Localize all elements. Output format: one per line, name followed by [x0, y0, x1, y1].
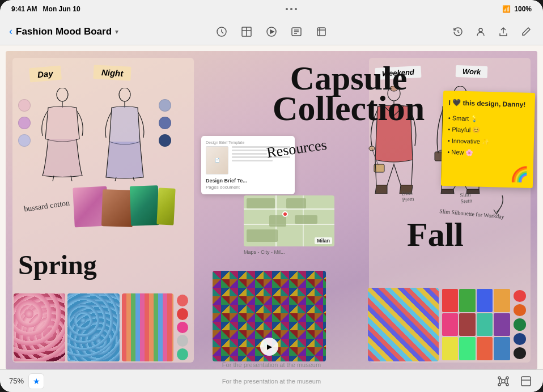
status-bar-left: 9:41 AM Mon Jun 10 [11, 5, 80, 13]
chevron-down-icon[interactable]: ▾ [115, 28, 118, 36]
mood-board-canvas[interactable]: Capsule Collection Day Night [6, 51, 537, 369]
canvas-caption: For the presentation at the museum [6, 360, 537, 369]
star-button[interactable]: ★ [28, 373, 44, 389]
shape-icon[interactable] [313, 24, 329, 40]
swatch-dark-navy [159, 134, 171, 147]
swatch-purple [18, 117, 31, 129]
toolbar: ‹ Fashion Mood Board ▾ [0, 18, 543, 45]
sticky-note: I 🖤 this design, Danny! • Smart 💡 • Play… [441, 91, 535, 188]
card-subtitle: Pages document [206, 185, 290, 190]
back-button[interactable]: ‹ [9, 25, 12, 37]
day-label: Day [29, 66, 61, 83]
flowers-tile [14, 293, 65, 361]
view-icon[interactable] [518, 373, 534, 389]
edit-icon[interactable] [518, 24, 534, 40]
battery-display: 100% [514, 5, 532, 13]
map-label: Milan [315, 237, 332, 244]
title-line2: Collection [252, 91, 445, 126]
circle-swatches-col [514, 288, 529, 361]
zoom-level: 75% [9, 377, 24, 385]
svg-point-30 [506, 377, 508, 379]
media-icon[interactable] [264, 24, 279, 40]
svg-rect-39 [521, 377, 531, 386]
swatch-steel [159, 99, 171, 112]
status-bar-right: 📶 100% [502, 5, 532, 13]
right-swatches-left [159, 99, 171, 147]
small-swatches-col [176, 293, 189, 361]
chevron-tile [368, 288, 439, 361]
swatch-blue [18, 134, 31, 147]
svg-line-37 [500, 382, 502, 384]
wifi-icon: 📶 [502, 5, 511, 13]
play-button[interactable]: ▶ [260, 338, 278, 356]
bottom-caption: For the presentation at the museum [222, 378, 321, 385]
swatch-navy [159, 117, 171, 129]
svg-point-10 [479, 28, 482, 32]
svg-line-31 [500, 378, 502, 380]
sticky-note-bullets: • Smart 💡 • Playful 😊 • Innovative ✨ • N… [447, 113, 529, 160]
document-title: Fashion Mood Board [16, 26, 112, 37]
rainbow-emoji: 🌈 [510, 165, 529, 184]
svg-point-11 [57, 88, 68, 101]
history-icon[interactable] [450, 24, 466, 40]
time-display: 9:41 AM [11, 5, 37, 13]
card-title: Design Brief Te... [206, 178, 290, 184]
spring-label: Spring [18, 249, 97, 280]
svg-point-29 [498, 377, 500, 379]
toolbar-center [214, 24, 329, 40]
bottom-tiles-right [368, 288, 529, 361]
signature-weekend: DinaPrem [401, 189, 414, 203]
strips-tile [122, 293, 173, 361]
color-grid-tile [441, 288, 512, 361]
table-icon[interactable] [239, 24, 254, 40]
toolbar-right [450, 24, 534, 40]
svg-point-15 [119, 88, 130, 101]
mosaic-pattern[interactable]: ▶ [213, 271, 326, 361]
network-icon[interactable] [495, 373, 511, 389]
share-icon[interactable] [495, 24, 511, 40]
svg-line-38 [504, 382, 506, 384]
svg-point-35 [498, 384, 500, 386]
fabric-swatches [74, 187, 176, 232]
annotate-icon[interactable] [214, 24, 230, 40]
candy-tile [67, 293, 119, 361]
status-bar-center [286, 8, 297, 10]
signature-work: SlimStein [460, 191, 473, 204]
svg-line-32 [504, 378, 506, 380]
fashion-sketch-night [99, 88, 150, 181]
card-thumbnail: 📄 [206, 146, 228, 174]
star-icon: ★ [33, 377, 40, 386]
bottom-tiles-left [14, 293, 189, 361]
main-canvas-area[interactable]: Capsule Collection Day Night [0, 45, 543, 369]
night-label: Night [93, 65, 131, 80]
svg-rect-9 [317, 28, 325, 36]
maps-app-label: Maps - City - Mil... [244, 249, 285, 255]
bottom-right-icons [495, 373, 534, 389]
fashion-sketch-day [37, 88, 88, 181]
zoom-area: 75% ★ [9, 373, 44, 389]
left-swatches [18, 99, 31, 147]
fall-label: Fall [407, 215, 464, 254]
text-icon[interactable] [289, 24, 304, 40]
bottom-bar: 75% ★ For the presentation at the museum [0, 369, 543, 392]
canvas-title: Capsule Collection [252, 61, 445, 126]
swatch-pink [18, 99, 31, 112]
map-thumbnail[interactable]: Milan [244, 195, 334, 246]
svg-point-36 [506, 384, 508, 386]
sticky-note-header: I 🖤 this design, Danny! [448, 97, 529, 110]
work-label: Work [455, 65, 487, 78]
collaborate-icon[interactable] [473, 24, 489, 40]
status-bar: 9:41 AM Mon Jun 10 📶 100% [0, 0, 543, 18]
date-display: Mon Jun 10 [43, 5, 80, 13]
arrow-annotation [485, 193, 508, 215]
